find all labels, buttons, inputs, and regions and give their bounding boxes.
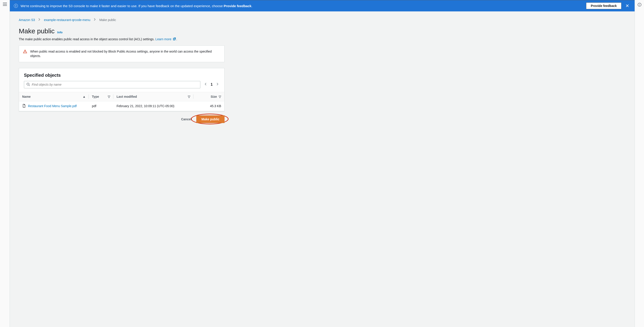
banner-text-bold: Provide feedback — [224, 4, 251, 8]
right-rail — [634, 0, 644, 327]
info-link[interactable]: Info — [57, 31, 62, 34]
breadcrumb-root[interactable]: Amazon S3 — [19, 18, 35, 22]
table-row: Restaurant Food Menu Sample.pdf pdf Febr… — [19, 101, 224, 111]
next-page-icon[interactable] — [216, 82, 219, 87]
left-rail — [0, 0, 10, 327]
col-last-modified[interactable]: Last modified ▽ — [113, 92, 194, 101]
info-banner: i We're continuing to improve the S3 con… — [10, 0, 634, 12]
object-size: 45.3 KB — [194, 101, 224, 111]
page-description-text: The make public action enables public re… — [19, 37, 156, 41]
col-size[interactable]: Size ▽ — [194, 92, 224, 101]
object-last-modified: February 21, 2022, 10:09:11 (UTC-05:00) — [113, 101, 194, 111]
main-column: i We're continuing to improve the S3 con… — [10, 0, 634, 327]
cancel-button[interactable]: Cancel — [181, 118, 192, 121]
col-size-label: Size — [211, 95, 217, 98]
make-public-button[interactable]: Make public — [196, 116, 224, 123]
file-icon — [22, 104, 26, 108]
page-description: The make public action enables public re… — [19, 37, 224, 42]
search-input[interactable] — [32, 83, 198, 86]
svg-point-2 — [25, 52, 25, 52]
search-icon — [26, 82, 30, 87]
svg-line-4 — [29, 85, 30, 86]
sort-icon: ▽ — [188, 95, 190, 98]
learn-more-link[interactable]: Learn more — [156, 37, 176, 41]
file-name-cell: Restaurant Food Menu Sample.pdf — [22, 104, 86, 108]
warning-triangle-icon — [23, 50, 27, 58]
action-row: Cancel Make public — [19, 116, 224, 123]
panel-toolbar: 1 — [19, 81, 224, 92]
col-type-label: Type — [92, 95, 99, 98]
svg-point-3 — [27, 83, 29, 85]
chevron-right-icon — [38, 18, 41, 22]
make-public-button-wrap: Make public — [196, 116, 224, 123]
sort-icon: ▽ — [219, 95, 221, 98]
external-link-icon — [173, 37, 176, 42]
page-number: 1 — [211, 82, 213, 86]
panel-heading: Specified objects — [19, 68, 224, 81]
col-name[interactable]: Name ▲ — [19, 92, 89, 101]
breadcrumb-bucket[interactable]: example-restaurant-qrcode-menu — [44, 18, 90, 22]
svg-point-7 — [639, 4, 640, 4]
public-access-warning: When public read access is enabled and n… — [19, 46, 224, 62]
sort-asc-icon: ▲ — [82, 95, 86, 98]
title-row: Make public Info — [19, 27, 224, 35]
info-circle-icon[interactable] — [638, 3, 642, 8]
breadcrumb: Amazon S3 example-restaurant-qrcode-menu… — [19, 18, 224, 22]
learn-more-label: Learn more — [156, 37, 172, 41]
banner-text: We're continuing to improve the S3 conso… — [20, 4, 584, 8]
pagination: 1 — [204, 82, 219, 87]
sort-icon: ▽ — [108, 95, 110, 98]
banner-text-suffix: . — [251, 4, 252, 8]
col-type[interactable]: Type ▽ — [89, 92, 113, 101]
objects-table: Name ▲ Type ▽ Last modified ▽ Size — [19, 92, 224, 111]
col-lastmod-label: Last modified — [116, 95, 137, 98]
table-header-row: Name ▲ Type ▽ Last modified ▽ Size — [19, 92, 224, 101]
specified-objects-panel: Specified objects 1 — [19, 68, 224, 112]
object-type: pdf — [89, 101, 113, 111]
page-title: Make public — [19, 27, 54, 35]
search-box[interactable] — [24, 81, 200, 88]
object-name-link[interactable]: Restaurant Food Menu Sample.pdf — [28, 104, 77, 108]
hamburger-menu-icon[interactable] — [3, 3, 7, 6]
page-description-suffix: . — [176, 37, 177, 41]
col-name-label: Name — [22, 95, 31, 98]
prev-page-icon[interactable] — [204, 82, 208, 87]
page-content: Amazon S3 example-restaurant-qrcode-menu… — [10, 12, 234, 129]
banner-text-prefix: We're continuing to improve the S3 conso… — [20, 4, 224, 8]
breadcrumb-current: Make public — [99, 18, 116, 22]
info-circle-icon: i — [14, 4, 18, 8]
close-banner-icon[interactable]: ✕ — [624, 4, 630, 8]
warning-text: When public read access is enabled and n… — [30, 49, 220, 58]
provide-feedback-button[interactable]: Provide feedback — [586, 2, 622, 9]
chevron-right-icon — [93, 18, 96, 22]
